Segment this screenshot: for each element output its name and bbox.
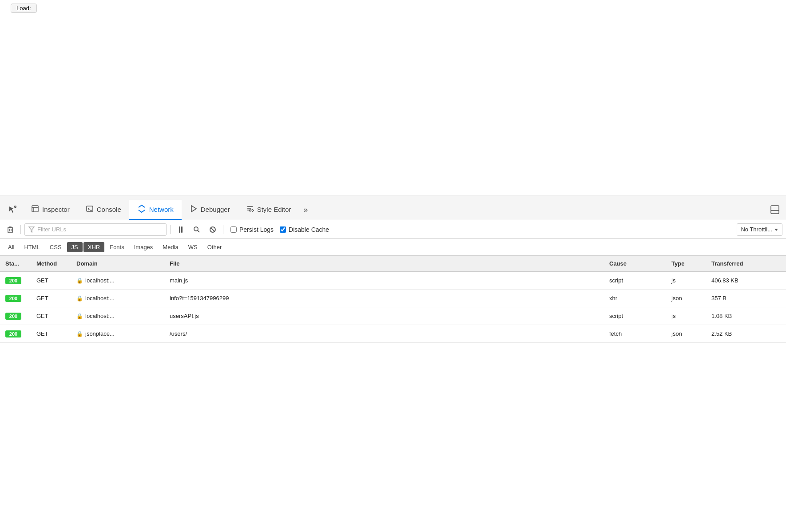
lock-icon: 🔒 [76,313,83,319]
cell-transferred: 2.52 KB [706,330,786,337]
svg-line-9 [211,227,215,231]
table-header: Sta... Method Domain File Cause Type Tra… [0,256,786,272]
tab-style-editor[interactable]: Style Editor [238,200,299,220]
filter-tab-html[interactable]: HTML [20,242,44,252]
col-domain[interactable]: Domain [71,260,164,267]
filter-urls-input[interactable]: Filter URLs [24,223,167,236]
col-transferred[interactable]: Transferred [706,260,786,267]
devtools-tab-bar: Inspector Console Network [0,195,786,220]
filter-tab-images[interactable]: Images [130,242,158,252]
tab-inspector-label: Inspector [42,206,70,213]
status-badge: 200 [5,330,21,337]
svg-marker-6 [29,227,34,232]
status-badge: 200 [5,277,21,284]
browser-viewport: Load: [0,0,786,195]
cell-cause: script [604,277,666,284]
filter-tab-xhr[interactable]: XHR [83,242,104,252]
persist-logs-checkbox[interactable] [230,226,237,233]
toolbar-separator-2 [170,225,171,234]
toolbar-separator-1 [20,225,21,234]
cell-type: js [666,313,706,319]
disable-cache-label: Disable Cache [289,226,329,233]
col-file[interactable]: File [164,260,604,267]
cell-transferred: 1.08 KB [706,313,786,319]
cell-status: 200 [0,330,31,337]
tab-debugger[interactable]: Debugger [182,200,238,220]
cell-cause: fetch [604,330,666,337]
pause-icon [179,226,183,233]
load-button[interactable]: Load: [11,4,37,13]
filter-tab-ws[interactable]: WS [184,242,202,252]
tab-console-label: Console [97,206,121,213]
cell-domain: 🔒 localhost:... [71,277,164,284]
network-table: Sta... Method Domain File Cause Type Tra… [0,256,786,343]
svg-rect-1 [32,206,38,212]
filter-tab-js[interactable]: JS [67,242,83,252]
cell-file: main.js [164,277,604,284]
cell-cause: script [604,313,666,319]
disable-cache-group[interactable]: Disable Cache [280,226,329,233]
network-icon [137,204,146,214]
tab-inspector[interactable]: Inspector [23,200,78,220]
debugger-icon [190,205,198,214]
cell-type: js [666,277,706,284]
filter-type-tabs: All HTML CSS JS XHR Fonts Images Media W… [0,239,786,256]
cell-domain: 🔒 jsonplace... [71,330,164,337]
cell-domain: 🔒 localhost:... [71,295,164,302]
svg-point-7 [194,227,198,231]
table-row[interactable]: 200 GET 🔒 localhost:... info?t=159134799… [0,290,786,307]
table-row[interactable]: 200 GET 🔒 localhost:... main.js script j… [0,272,786,290]
col-type[interactable]: Type [666,260,706,267]
clear-button[interactable] [4,223,17,236]
tab-more-button[interactable]: » [299,199,312,220]
cell-method: GET [31,330,71,337]
filter-placeholder: Filter URLs [37,226,66,233]
lock-icon: 🔒 [76,331,83,337]
inspector-icon [31,205,39,214]
dock-button[interactable] [766,199,784,220]
cell-transferred: 406.83 KB [706,277,786,284]
cell-status: 200 [0,277,31,284]
throttle-select[interactable]: No Throttli... [737,223,782,236]
status-badge: 200 [5,313,21,320]
cell-file: /users/ [164,330,604,337]
block-button[interactable] [206,223,219,236]
cell-transferred: 357 B [706,295,786,302]
tab-console[interactable]: Console [78,200,129,220]
devtools-panel: Inspector Console Network [0,195,786,343]
cell-cause: xhr [604,295,666,302]
status-badge: 200 [5,295,21,302]
throttle-label: No Throttli... [741,226,772,233]
tab-network-label: Network [149,206,174,213]
svg-marker-3 [191,206,196,212]
persist-logs-group[interactable]: Persist Logs [230,226,274,233]
svg-marker-10 [774,229,778,231]
cell-method: GET [31,277,71,284]
tab-network[interactable]: Network [129,200,182,220]
filter-tab-media[interactable]: Media [158,242,183,252]
col-status[interactable]: Sta... [0,260,31,267]
svg-rect-5 [8,228,12,233]
pause-button[interactable] [174,223,187,236]
cell-method: GET [31,295,71,302]
tab-style-editor-label: Style Editor [257,206,291,213]
tab-debugger-label: Debugger [201,206,230,213]
table-row[interactable]: 200 GET 🔒 localhost:... usersAPI.js scri… [0,307,786,325]
filter-tab-css[interactable]: CSS [45,242,66,252]
disable-cache-checkbox[interactable] [280,226,286,233]
cell-status: 200 [0,295,31,302]
table-row[interactable]: 200 GET 🔒 jsonplace... /users/ fetch jso… [0,325,786,343]
svg-rect-4 [771,206,779,214]
filter-tab-other[interactable]: Other [203,242,226,252]
cell-type: json [666,295,706,302]
cell-status: 200 [0,313,31,320]
cell-file: info?t=1591347996299 [164,295,604,302]
filter-tab-all[interactable]: All [4,242,19,252]
col-cause[interactable]: Cause [604,260,666,267]
network-toolbar: Filter URLs Per [0,220,786,239]
tab-picker[interactable] [2,199,23,220]
col-method[interactable]: Method [31,260,71,267]
search-button[interactable] [190,223,203,236]
cell-type: json [666,330,706,337]
filter-tab-fonts[interactable]: Fonts [105,242,129,252]
